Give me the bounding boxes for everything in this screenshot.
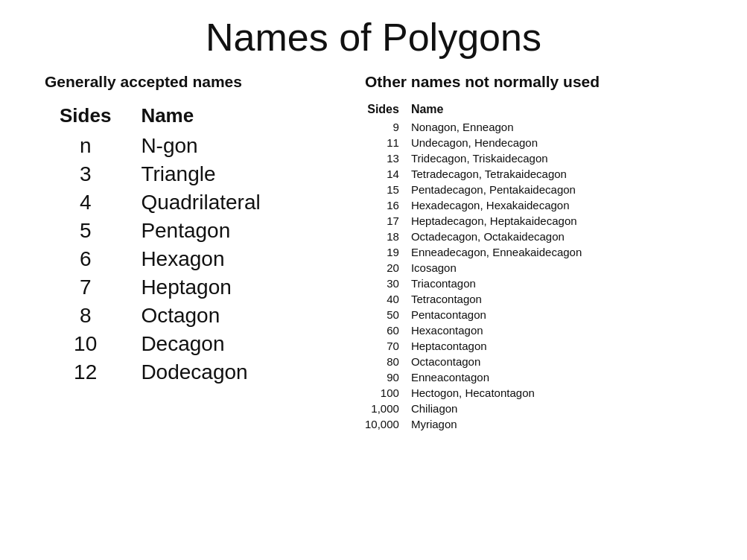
right-section-title: Other names not normally used — [365, 73, 725, 91]
content-area: Generally accepted names Sides Name nN-g… — [22, 73, 725, 432]
table-cell: Myriagon — [411, 416, 597, 432]
table-row: 100Hectogon, Hecatontagon — [365, 385, 597, 401]
table-row: 80Octacontagon — [365, 354, 597, 369]
left-section: Generally accepted names Sides Name nN-g… — [22, 73, 350, 386]
table-cell: 18 — [365, 229, 411, 244]
table-row: 6Hexagon — [60, 245, 283, 273]
table-row: 70Heptacontagon — [365, 338, 597, 354]
table-row: 5Pentagon — [60, 217, 283, 245]
table-cell: Octadecagon, Octakaidecagon — [411, 229, 597, 244]
table-cell: Quadrilateral — [141, 188, 282, 217]
table-cell: Decagon — [141, 330, 282, 358]
table-cell: Triacontagon — [411, 276, 597, 291]
table-cell: Enneacontagon — [411, 369, 597, 385]
table-row: 7Heptagon — [60, 273, 283, 302]
table-cell: Chiliagon — [411, 401, 597, 416]
table-row: 40Tetracontagon — [365, 291, 597, 307]
table-row: 15Pentadecagon, Pentakaidecagon — [365, 182, 597, 197]
table-cell: Octacontagon — [411, 354, 597, 369]
table-cell: Tetracontagon — [411, 291, 597, 307]
table-cell: Octagon — [141, 302, 282, 330]
table-row: nN-gon — [60, 132, 283, 160]
right-table-body: 9Nonagon, Enneagon11Undecagon, Hendecago… — [365, 119, 597, 432]
table-cell: N-gon — [141, 132, 282, 160]
right-section: Other names not normally used Sides Name… — [350, 73, 725, 432]
table-row: 12Dodecagon — [60, 358, 283, 386]
table-row: 4Quadrilateral — [60, 188, 283, 217]
table-cell: 13 — [365, 150, 411, 166]
left-table-body: nN-gon3Triangle4Quadrilateral5Pentagon6H… — [60, 132, 283, 386]
right-table: Sides Name 9Nonagon, Enneagon11Undecagon… — [365, 101, 597, 432]
table-row: 30Triacontagon — [365, 276, 597, 291]
table-cell: 11 — [365, 135, 411, 150]
table-cell: Icosagon — [411, 260, 597, 276]
table-cell: 40 — [365, 291, 411, 307]
table-row: 10,000Myriagon — [365, 416, 597, 432]
table-cell: 12 — [60, 358, 141, 386]
left-table: Sides Name nN-gon3Triangle4Quadrilateral… — [60, 101, 283, 386]
table-cell: Pentadecagon, Pentakaidecagon — [411, 182, 597, 197]
table-row: 11Undecagon, Hendecagon — [365, 135, 597, 150]
table-cell: Dodecagon — [141, 358, 282, 386]
table-row: 8Octagon — [60, 302, 283, 330]
table-cell: 70 — [365, 338, 411, 354]
table-cell: 6 — [60, 245, 141, 273]
table-row: 1,000Chiliagon — [365, 401, 597, 416]
table-cell: 16 — [365, 197, 411, 213]
table-row: 14Tetradecagon, Tetrakaidecagon — [365, 166, 597, 182]
table-cell: Nonagon, Enneagon — [411, 119, 597, 135]
table-cell: 90 — [365, 369, 411, 385]
table-cell: 17 — [365, 213, 411, 229]
table-cell: 5 — [60, 217, 141, 245]
right-col-sides: Sides — [365, 101, 411, 119]
table-cell: Triangle — [141, 160, 282, 188]
table-cell: 20 — [365, 260, 411, 276]
table-cell: Hexagon — [141, 245, 282, 273]
table-row: 13Tridecagon, Triskaidecagon — [365, 150, 597, 166]
table-cell: Heptacontagon — [411, 338, 597, 354]
table-row: 16Hexadecagon, Hexakaidecagon — [365, 197, 597, 213]
table-cell: 15 — [365, 182, 411, 197]
table-cell: 80 — [365, 354, 411, 369]
table-row: 20Icosagon — [365, 260, 597, 276]
table-cell: Pentacontagon — [411, 307, 597, 322]
table-row: 9Nonagon, Enneagon — [365, 119, 597, 135]
table-cell: Pentagon — [141, 217, 282, 245]
table-cell: 1,000 — [365, 401, 411, 416]
table-cell: 60 — [365, 322, 411, 338]
table-cell: Heptadecagon, Heptakaidecagon — [411, 213, 597, 229]
table-row: 90Enneacontagon — [365, 369, 597, 385]
table-cell: 8 — [60, 302, 141, 330]
table-cell: 4 — [60, 188, 141, 217]
table-cell: 10 — [60, 330, 141, 358]
table-cell: Tetradecagon, Tetrakaidecagon — [411, 166, 597, 182]
table-cell: 19 — [365, 244, 411, 260]
table-cell: Hectogon, Hecatontagon — [411, 385, 597, 401]
table-cell: 9 — [365, 119, 411, 135]
table-cell: Heptagon — [141, 273, 282, 302]
table-cell: 3 — [60, 160, 141, 188]
table-cell: 10,000 — [365, 416, 411, 432]
left-section-title: Generally accepted names — [45, 73, 350, 91]
table-cell: 14 — [365, 166, 411, 182]
table-cell: Tridecagon, Triskaidecagon — [411, 150, 597, 166]
table-cell: 50 — [365, 307, 411, 322]
table-row: 10Decagon — [60, 330, 283, 358]
left-table-header-row: Sides Name — [60, 101, 283, 132]
table-row: 17Heptadecagon, Heptakaidecagon — [365, 213, 597, 229]
table-row: 3Triangle — [60, 160, 283, 188]
table-cell: n — [60, 132, 141, 160]
table-cell: 30 — [365, 276, 411, 291]
table-cell: 7 — [60, 273, 141, 302]
table-row: 50Pentacontagon — [365, 307, 597, 322]
left-col-name: Name — [141, 101, 282, 132]
table-cell: Enneadecagon, Enneakaidecagon — [411, 244, 597, 260]
table-cell: Hexacontagon — [411, 322, 597, 338]
page-title: Names of Polygons — [206, 15, 541, 60]
table-row: 18Octadecagon, Octakaidecagon — [365, 229, 597, 244]
table-cell: Hexadecagon, Hexakaidecagon — [411, 197, 597, 213]
right-table-header-row: Sides Name — [365, 101, 597, 119]
right-col-name: Name — [411, 101, 597, 119]
left-col-sides: Sides — [60, 101, 141, 132]
table-cell: 100 — [365, 385, 411, 401]
